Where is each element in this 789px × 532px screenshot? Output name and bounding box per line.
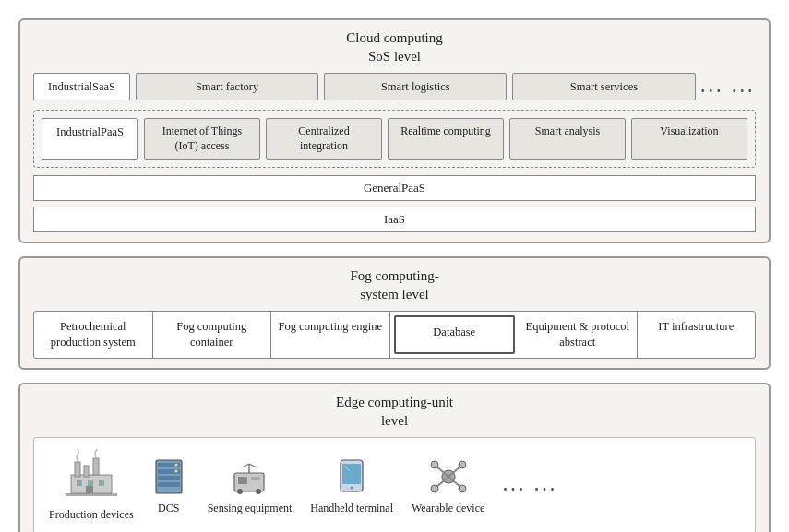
cloud-section: Cloud computing SoS level IndustrialSaaS… — [18, 18, 771, 243]
fog-cell-container: Fog computing container — [153, 312, 272, 358]
dcs-icon — [149, 456, 189, 497]
svg-rect-8 — [86, 486, 93, 493]
edge-left-production: Production devices — [49, 449, 134, 522]
paas-outer: IndustrialPaaS Internet of Things (IoT) … — [33, 110, 756, 168]
sensing-label: Sensing equipment — [208, 502, 293, 515]
fog-cell-database: Database — [394, 315, 516, 354]
handheld-icon — [331, 456, 372, 497]
svg-rect-13 — [158, 482, 180, 487]
paas-boxes: Internet of Things (IoT) access Centrali… — [144, 118, 747, 160]
visualization-box: Visualization — [631, 118, 747, 160]
smart-logistics-box: Smart logistics — [324, 73, 507, 100]
svg-point-22 — [237, 489, 243, 494]
fog-cell-it: IT infrastructure — [638, 312, 756, 358]
edge-device-wearable: Wearable device — [412, 456, 484, 515]
fog-title: Fog computing- system level — [33, 267, 756, 303]
iaas-row: IaaS — [33, 207, 756, 232]
wearable-label: Wearable device — [412, 502, 484, 515]
industrial-saas-label: IndustrialSaaS — [33, 73, 130, 100]
sensing-icon — [229, 456, 269, 497]
svg-point-14 — [174, 463, 177, 466]
cloud-title: Cloud computing SoS level — [33, 30, 756, 65]
edge-section: Edge computing-unit level — [18, 383, 771, 532]
svg-line-20 — [242, 464, 249, 467]
svg-point-36 — [459, 485, 466, 492]
saas-dots: ... ... — [701, 73, 757, 100]
fog-section: Fog computing- system level Petrochemica… — [18, 256, 771, 370]
svg-rect-3 — [84, 466, 89, 477]
smart-analysis-box: Smart analysis — [509, 118, 626, 160]
svg-rect-5 — [77, 480, 82, 486]
centralized-integration-box: Centralized integration — [266, 118, 382, 160]
handheld-label: Handheld terminal — [310, 502, 393, 515]
general-paas-row: GeneralPaaS — [33, 175, 756, 201]
wearable-icon — [428, 456, 469, 497]
industrial-paas-label: IndustrialPaaS — [42, 118, 138, 160]
svg-rect-7 — [99, 480, 104, 486]
edge-devices: DCS Sensin — [149, 456, 740, 515]
paas-row: IndustrialPaaS Internet of Things (IoT) … — [42, 118, 747, 160]
svg-point-32 — [459, 461, 466, 468]
realtime-computing-box: Realtime computing — [388, 118, 504, 160]
edge-device-sensing: Sensing equipment — [208, 456, 293, 515]
dcs-label: DCS — [158, 502, 179, 515]
svg-point-15 — [174, 469, 177, 472]
smart-services-box: Smart services — [512, 73, 695, 100]
edge-inner: Production devices DCS — [33, 437, 756, 532]
svg-point-30 — [431, 461, 438, 468]
svg-rect-6 — [88, 480, 93, 486]
svg-rect-12 — [158, 476, 180, 480]
fog-cell-engine: Fog computing engine — [271, 312, 390, 358]
svg-rect-18 — [251, 477, 260, 480]
fog-inner: Petrochemical production system Fog comp… — [33, 311, 756, 359]
svg-rect-2 — [75, 462, 80, 477]
edge-title: Edge computing-unit level — [33, 394, 756, 430]
saas-boxes: Smart factory Smart logistics Smart serv… — [136, 73, 756, 100]
svg-line-21 — [249, 464, 257, 467]
svg-point-27 — [351, 486, 353, 489]
svg-point-23 — [256, 489, 261, 494]
smart-factory-box: Smart factory — [136, 73, 318, 100]
edge-device-dcs: DCS — [149, 456, 189, 515]
fog-cell-petrochemical: Petrochemical production system — [34, 312, 153, 358]
fog-cell-equipment: Equipment & protocol abstract — [519, 312, 638, 358]
iot-access-box: Internet of Things (IoT) access — [144, 118, 260, 160]
diagram-wrapper: Cloud computing SoS level IndustrialSaaS… — [18, 18, 771, 532]
svg-point-34 — [431, 485, 438, 492]
saas-row: IndustrialSaaS Smart factory Smart logis… — [33, 73, 756, 100]
production-devices-label: Production devices — [49, 508, 134, 522]
edge-dots: ... ... — [503, 476, 558, 495]
factory-icon — [64, 449, 119, 504]
svg-rect-17 — [238, 477, 247, 484]
edge-device-handheld: Handheld terminal — [310, 456, 393, 515]
svg-rect-4 — [93, 458, 99, 475]
